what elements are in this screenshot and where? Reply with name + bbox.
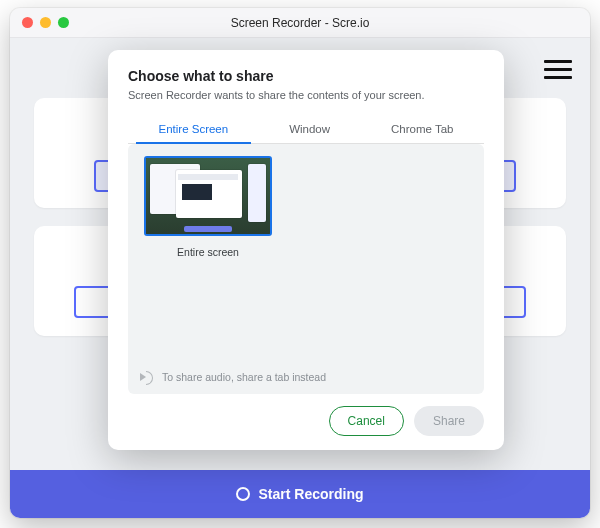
screen-thumbnail-label: Entire screen xyxy=(144,246,272,258)
window-controls xyxy=(10,17,69,28)
speaker-icon xyxy=(140,370,154,384)
start-recording-button[interactable]: Start Recording xyxy=(10,470,590,518)
app-window: Screen Recorder - Scre.io Start Recordin… xyxy=(10,8,590,518)
share-panel: Entire screen To share audio, share a ta… xyxy=(128,144,484,394)
tab-window[interactable]: Window xyxy=(259,115,361,143)
close-icon[interactable] xyxy=(22,17,33,28)
share-button: Share xyxy=(414,406,484,436)
audio-hint-text: To share audio, share a tab instead xyxy=(162,371,326,383)
screen-option[interactable]: Entire screen xyxy=(144,156,272,258)
record-icon xyxy=(236,487,250,501)
cancel-button[interactable]: Cancel xyxy=(329,406,404,436)
zoom-icon[interactable] xyxy=(58,17,69,28)
screen-thumbnail xyxy=(144,156,272,236)
dialog-actions: Cancel Share xyxy=(128,406,484,436)
tab-chrome-tab[interactable]: Chrome Tab xyxy=(361,115,484,143)
share-dialog: Choose what to share Screen Recorder wan… xyxy=(108,50,504,450)
dialog-subtitle: Screen Recorder wants to share the conte… xyxy=(128,89,484,101)
titlebar: Screen Recorder - Scre.io xyxy=(10,8,590,38)
tab-entire-screen[interactable]: Entire Screen xyxy=(128,115,259,143)
minimize-icon[interactable] xyxy=(40,17,51,28)
window-title: Screen Recorder - Scre.io xyxy=(10,16,590,30)
audio-hint: To share audio, share a tab instead xyxy=(140,370,326,384)
start-recording-label: Start Recording xyxy=(258,486,363,502)
share-tabs: Entire Screen Window Chrome Tab xyxy=(128,115,484,144)
dialog-title: Choose what to share xyxy=(128,68,484,84)
menu-button[interactable] xyxy=(544,60,572,79)
